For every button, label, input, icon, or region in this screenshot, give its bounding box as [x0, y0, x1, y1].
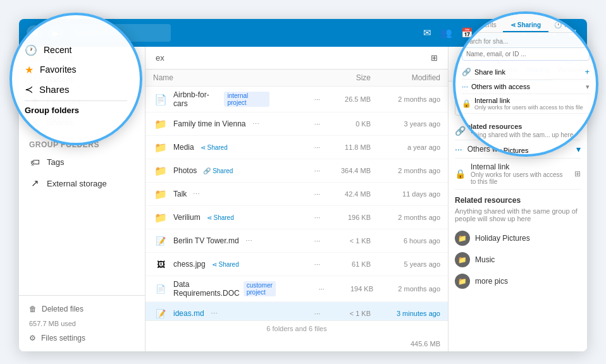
related-item-holiday[interactable]: 📁 Holiday Pictures [455, 228, 581, 249]
file-actions: ··· [269, 143, 320, 151]
file-name-cell: chess.jpg ⋖ Shared [173, 260, 269, 269]
lock-icon: 🔒 [455, 169, 466, 179]
file-name-text: chess.jpg [173, 260, 206, 269]
mail-icon[interactable]: ✉ [421, 26, 434, 40]
file-more-icon[interactable]: ··· [319, 285, 325, 293]
folder-icon: 📁 [455, 231, 470, 246]
col-header-modified: Modified [371, 73, 440, 82]
internal-link-option[interactable]: 🔒 Internal link Only works for users wit… [455, 159, 581, 190]
file-size: 26.5 MB [320, 95, 371, 103]
file-row[interactable]: 🖼 chess.jpg ⋖ Shared ··· 61 KB 5 years a… [145, 253, 448, 276]
breadcrumb-text: ex [153, 52, 167, 64]
sidebar-item-external-storage[interactable]: ↗ External storage [19, 173, 145, 194]
rc-others-access[interactable]: ··· Others with access ▾ [462, 80, 590, 94]
file-more-icon[interactable]: ··· [314, 95, 320, 103]
lc-recent-label: Recent [44, 45, 71, 55]
file-more-icon[interactable]: ··· [314, 120, 320, 128]
file-name-text: Talk [173, 190, 187, 198]
file-size: < 1 KB [320, 237, 371, 245]
rc-share-link[interactable]: 🔗 Share link + [462, 64, 590, 80]
file-name-text: Airbnb-for-cars [173, 90, 220, 108]
view-grid-icon[interactable]: ⊞ [428, 52, 440, 64]
file-row[interactable]: 📝 Berlin TV Tower.md ⋯ ··· < 1 KB 6 hour… [145, 229, 448, 253]
file-size: 196 KB [320, 214, 371, 221]
file-name-text: Media [173, 143, 194, 152]
file-more-icon[interactable]: ··· [314, 310, 320, 317]
file-more-icon[interactable]: ··· [314, 214, 320, 221]
settings-icon: ⚙ [29, 334, 36, 343]
lc-shares[interactable]: ≺ Shares [25, 80, 70, 99]
file-type-icon: 📁 [153, 116, 168, 131]
file-modified: 2 months ago [371, 214, 440, 221]
internal-link-label: Internal link [471, 162, 569, 171]
star-icon: ★ [25, 64, 34, 76]
link-icon: 🔗 [455, 126, 466, 136]
file-actions: ··· [269, 190, 320, 198]
file-more-icon[interactable]: ··· [314, 143, 320, 151]
file-tag: customer project [244, 281, 276, 296]
file-actions: ··· [269, 237, 320, 245]
file-more-icon[interactable]: ··· [314, 190, 320, 198]
versions-icon: 🕐 [554, 21, 562, 28]
app-container: ◀ ▶ ✉ 👥 📅 ✏ 🔒 ★ ≡ ✓ ⊞ 📁 All fi [0, 0, 606, 364]
related-resources-desc: Anything shared with the same group of p… [455, 207, 581, 222]
rc-sharing-label: Sharing [517, 21, 541, 28]
file-row[interactable]: 📄 Airbnb-for-cars internal project ··· 2… [145, 87, 448, 112]
file-more-icon[interactable]: ··· [314, 237, 320, 245]
file-modified-recent: 3 minutes ago [371, 310, 440, 317]
file-row[interactable]: 📁 Media ⋖ Shared ··· 11.8 MB a year ago [145, 136, 448, 159]
file-modified: a year ago [371, 143, 440, 151]
file-size: 11.8 MB [320, 143, 371, 151]
sidebar-bottom: 🗑 Deleted files 657.7 MB used ⚙ Files se… [19, 295, 145, 351]
file-row[interactable]: 📁 Talk ⋯ ··· 42.4 MB 11 days ago [145, 183, 448, 206]
rc-others-expand-icon[interactable]: ▾ [586, 83, 590, 91]
people-icon: ··· [462, 82, 468, 91]
file-row[interactable]: 📁 Verilium ⋖ Shared ··· 196 KB 2 months … [145, 206, 448, 229]
contacts-icon[interactable]: 👥 [438, 26, 455, 40]
people-icon: ··· [455, 144, 462, 154]
sidebar-deleted-files[interactable]: 🗑 Deleted files [19, 301, 145, 317]
right-circle-content: 💬 mments ⋖ Sharing 🕐 Versions Search for… [455, 14, 596, 154]
link-icon: 🔗 [462, 68, 471, 76]
file-tag: internal project [224, 92, 269, 107]
file-actions: ··· [269, 167, 320, 174]
rc-tab-sharing[interactable]: ⋖ Sharing [503, 19, 548, 32]
file-name-text: Family time in Vienna [173, 119, 246, 128]
folder-icon: 📁 [455, 252, 470, 267]
tag-icon: 🏷 [29, 157, 40, 167]
file-size: 364.4 MB [320, 167, 371, 174]
rc-share-search-input[interactable] [462, 47, 590, 61]
related-more-pics-label: more pics [475, 277, 508, 286]
file-name-text: Data Requirements.DOC [173, 280, 240, 298]
file-row-highlighted[interactable]: 📝 ideas.md ⋯ ··· < 1 KB 3 minutes ago [145, 302, 448, 320]
trash-icon: 🗑 [29, 305, 37, 313]
file-modified: 2 months ago [371, 95, 440, 103]
file-modified: 6 hours ago [371, 237, 440, 245]
file-row[interactable]: 📁 Photos 🔗 Shared ··· 364.4 MB 2 months … [145, 159, 448, 183]
file-row[interactable]: 📄 Data Requirements.DOC customer project… [145, 276, 448, 302]
file-type-icon: 📁 [153, 140, 168, 155]
lc-favorites[interactable]: ★ Favorites [25, 60, 77, 80]
sidebar-files-settings[interactable]: ⚙ Files settings [19, 330, 145, 346]
sidebar-item-tags[interactable]: 🏷 Tags [19, 152, 145, 173]
rc-share-link-add-icon[interactable]: + [584, 67, 590, 76]
col-header-name: Name [153, 73, 320, 82]
file-name-cell: Media ⋖ Shared [173, 143, 269, 152]
rc-internal-label: Internal link [474, 97, 590, 104]
rc-internal-link[interactable]: 🔒 Internal link Only works for users wit… [462, 94, 590, 114]
others-access-expand-icon[interactable]: ▾ [576, 144, 581, 154]
lc-group-folders-title: Group folders [25, 102, 79, 118]
lc-recent[interactable]: 🕐 Recent [25, 40, 71, 60]
file-size: 194 KB [325, 285, 373, 293]
related-item-more-pics[interactable]: 📁 more pics [455, 270, 581, 292]
internal-link-copy-icon[interactable]: ⊞ [574, 169, 581, 178]
sidebar-external-label: External storage [47, 179, 107, 188]
sidebar-tags-label: Tags [47, 157, 64, 167]
file-more-icon[interactable]: ··· [314, 167, 320, 174]
file-name-cell: Photos 🔗 Shared [173, 166, 269, 175]
related-item-music[interactable]: 📁 Music [455, 249, 581, 270]
related-resources-title: Related resources [455, 196, 581, 205]
external-icon: ↗ [29, 178, 40, 189]
file-row[interactable]: 📁 Family time in Vienna ⋯ ··· 0 KB 3 yea… [145, 112, 448, 136]
file-more-icon[interactable]: ··· [314, 260, 320, 268]
